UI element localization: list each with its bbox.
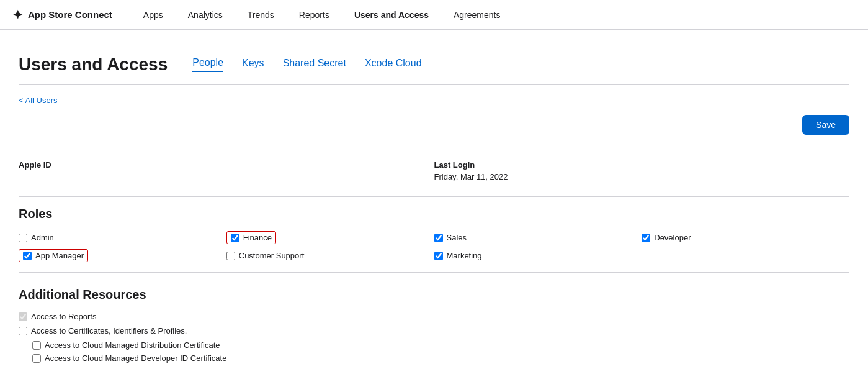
last-login-value: Friday, Mar 11, 2022 — [434, 172, 850, 181]
page-header: Users and Access People Keys Shared Secr… — [19, 55, 849, 75]
resource-cloud-managed-distribution-checkbox[interactable] — [32, 341, 41, 350]
apple-id-col: Apple ID — [19, 160, 434, 181]
apple-id-label: Apple ID — [19, 160, 434, 170]
tab-xcode-cloud[interactable]: Xcode Cloud — [365, 58, 422, 71]
roles-grid: Admin Finance Sales Developer — [19, 231, 849, 262]
last-login-col: Last Login Friday, Mar 11, 2022 — [434, 160, 850, 181]
additional-resources-title: Additional Resources — [19, 288, 849, 302]
role-sales-label: Sales — [447, 233, 467, 242]
role-app-manager: App Manager — [19, 249, 226, 262]
role-marketing-checkbox[interactable] — [434, 252, 443, 260]
roles-divider — [19, 272, 849, 273]
nav-agreements[interactable]: Agreements — [441, 0, 512, 30]
resource-cloud-managed-distribution: Access to Cloud Managed Distribution Cer… — [32, 340, 849, 350]
nav-analytics[interactable]: Analytics — [176, 0, 235, 30]
role-finance-label: Finance — [243, 233, 272, 242]
role-empty-col4 — [642, 249, 849, 262]
nav-users-and-access[interactable]: Users and Access — [342, 0, 441, 30]
role-admin-label: Admin — [31, 233, 54, 242]
last-login-label: Last Login — [434, 160, 850, 170]
resource-access-certificates-checkbox[interactable] — [19, 327, 27, 335]
tab-people[interactable]: People — [192, 57, 223, 72]
role-marketing: Marketing — [434, 249, 642, 262]
tab-keys[interactable]: Keys — [242, 58, 264, 71]
additional-resources-section: Additional Resources Access to Reports A… — [19, 288, 849, 363]
resource-access-reports-label: Access to Reports — [31, 312, 97, 321]
role-developer-checkbox[interactable] — [642, 234, 650, 242]
role-customer-support-checkbox[interactable] — [226, 252, 235, 260]
save-button[interactable]: Save — [802, 115, 849, 135]
resource-cloud-managed-developer-id-label: Access to Cloud Managed Developer ID Cer… — [45, 353, 226, 363]
resource-access-certificates: Access to Certificates, Identifiers & Pr… — [19, 326, 849, 335]
role-finance-highlighted: Finance — [226, 231, 276, 244]
save-divider — [19, 145, 849, 145]
nav-links: Apps Analytics Trends Reports Users and … — [131, 0, 856, 30]
roles-section: Roles Admin Finance Sales — [19, 207, 849, 262]
role-app-manager-highlighted: App Manager — [19, 249, 88, 262]
tab-shared-secret[interactable]: Shared Secret — [283, 58, 346, 71]
app-logo[interactable]: ✦ App Store Connect — [12, 7, 112, 22]
info-divider — [19, 196, 849, 197]
role-admin-checkbox[interactable] — [19, 234, 27, 242]
resource-cloud-managed-distribution-label: Access to Cloud Managed Distribution Cer… — [45, 340, 220, 350]
back-link[interactable]: < All Users — [19, 96, 58, 105]
save-row: Save — [19, 115, 849, 135]
resource-access-certificates-label: Access to Certificates, Identifiers & Pr… — [31, 326, 187, 335]
resource-cloud-managed-developer-id: Access to Cloud Managed Developer ID Cer… — [32, 353, 849, 363]
page-title: Users and Access — [19, 55, 168, 75]
roles-title: Roles — [19, 207, 849, 221]
logo-text: App Store Connect — [28, 9, 112, 20]
header-divider — [19, 84, 849, 85]
role-finance: Finance — [226, 231, 434, 244]
role-developer-label: Developer — [654, 233, 691, 242]
role-customer-support: Customer Support — [226, 249, 434, 262]
resource-access-reports-checkbox[interactable] — [19, 312, 27, 321]
role-developer: Developer — [642, 231, 849, 244]
top-nav: ✦ App Store Connect Apps Analytics Trend… — [0, 0, 868, 30]
role-marketing-label: Marketing — [447, 251, 482, 260]
resource-sub-items: Access to Cloud Managed Distribution Cer… — [32, 340, 849, 363]
role-customer-support-label: Customer Support — [239, 251, 305, 260]
role-admin: Admin — [19, 231, 226, 244]
user-info-row: Apple ID Last Login Friday, Mar 11, 2022 — [19, 160, 849, 181]
nav-reports[interactable]: Reports — [287, 0, 342, 30]
logo-icon: ✦ — [12, 7, 23, 22]
nav-apps[interactable]: Apps — [131, 0, 176, 30]
resource-access-reports: Access to Reports — [19, 312, 849, 321]
resource-cloud-managed-developer-id-checkbox[interactable] — [32, 354, 41, 363]
role-app-manager-label: App Manager — [35, 251, 84, 260]
role-sales-checkbox[interactable] — [434, 234, 443, 242]
role-sales: Sales — [434, 231, 642, 244]
nav-trends[interactable]: Trends — [235, 0, 287, 30]
tabs: People Keys Shared Secret Xcode Cloud — [192, 57, 421, 72]
role-app-manager-checkbox[interactable] — [23, 252, 32, 260]
role-finance-checkbox[interactable] — [231, 234, 239, 242]
main-content: Users and Access People Keys Shared Secr… — [0, 30, 868, 387]
